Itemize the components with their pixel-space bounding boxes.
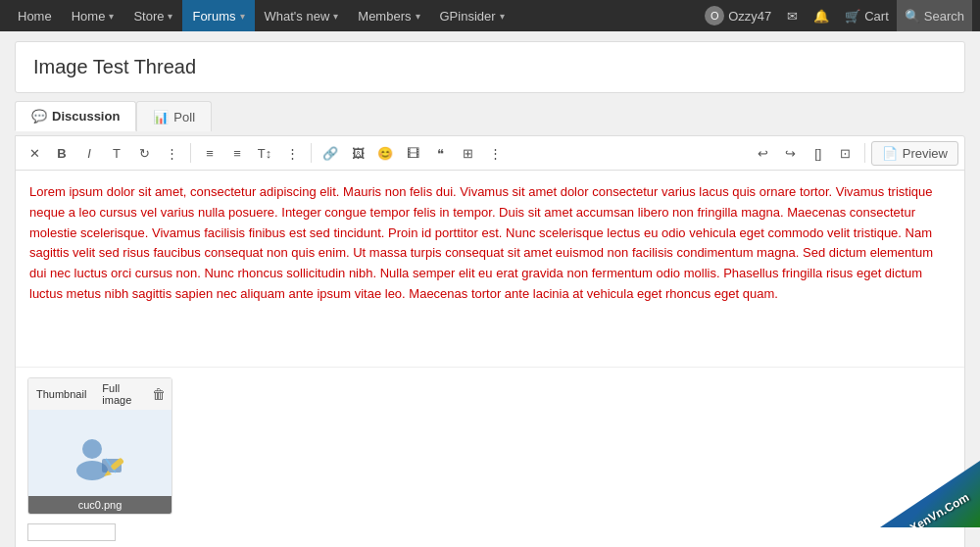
trash-icon: 🗑 bbox=[152, 386, 166, 402]
nav-forums-label: Forums bbox=[192, 9, 235, 24]
svg-point-0 bbox=[82, 439, 102, 459]
search-icon: 🔍 bbox=[905, 9, 920, 24]
nav-gpinsider-label: GPinsider bbox=[440, 9, 496, 24]
attachment-buttons: Thumbnail Full image 🗑 bbox=[28, 378, 172, 410]
nav-home-2[interactable]: Home ▾ bbox=[62, 0, 124, 31]
messages-icon: ✉ bbox=[787, 9, 798, 24]
toolbar-more3-btn[interactable]: ⋮ bbox=[482, 140, 508, 166]
thread-title-box: Image Test Thread bbox=[15, 41, 965, 93]
tab-poll-label: Poll bbox=[173, 110, 195, 124]
toolbar-more1-btn[interactable]: ⋮ bbox=[159, 140, 184, 166]
editor-content: Lorem ipsum dolor sit amet, consectetur … bbox=[29, 184, 933, 301]
toolbar-quote-btn[interactable]: ❝ bbox=[427, 140, 453, 166]
nav-whats-new-arrow: ▾ bbox=[333, 11, 338, 22]
preview-label: Preview bbox=[903, 146, 948, 161]
nav-gpinsider-arrow: ▾ bbox=[500, 11, 505, 22]
toolbar-sep-3 bbox=[864, 143, 865, 163]
nav-gpinsider[interactable]: GPinsider ▾ bbox=[430, 0, 514, 31]
discussion-icon: 💬 bbox=[31, 109, 47, 124]
thumbnail-button[interactable]: Thumbnail bbox=[28, 378, 94, 410]
preview-button[interactable]: 📄 Preview bbox=[871, 141, 958, 166]
nav-whats-new[interactable]: What's new ▾ bbox=[255, 0, 349, 31]
tab-discussion[interactable]: 💬 Discussion bbox=[15, 101, 136, 131]
nav-user[interactable]: O Ozzy47 bbox=[697, 0, 779, 31]
nav-search[interactable]: 🔍 Search bbox=[897, 0, 972, 31]
page-container: Image Test Thread 💬 Discussion 📊 Poll ✕ … bbox=[5, 31, 975, 547]
toolbar-clear-btn[interactable]: ✕ bbox=[22, 140, 47, 166]
nav-whats-new-label: What's new bbox=[265, 9, 330, 24]
attachment-image-icon bbox=[69, 422, 131, 484]
toolbar-sep-2 bbox=[311, 143, 312, 163]
tab-discussion-label: Discussion bbox=[52, 109, 120, 124]
full-image-button[interactable]: Full image bbox=[94, 378, 146, 410]
toolbar-list-btn[interactable]: ≡ bbox=[197, 140, 222, 166]
nav-store-label: Store bbox=[133, 9, 164, 24]
toolbar-sep-1 bbox=[190, 143, 191, 163]
editor-container: ✕ B I T ↻ ⋮ ≡ ≡ T↕ ⋮ 🔗 🖼 😊 🎞 ❝ ⊞ ⋮ ↩ ↪ [… bbox=[15, 135, 965, 547]
toolbar-rotate-btn[interactable]: ↻ bbox=[131, 140, 157, 166]
toolbar-undo-btn[interactable]: ↩ bbox=[751, 140, 776, 166]
preview-icon: 📄 bbox=[882, 146, 898, 161]
nav-store[interactable]: Store ▾ bbox=[123, 0, 182, 31]
nav-members-label: Members bbox=[358, 9, 411, 24]
cart-label: Cart bbox=[864, 9, 889, 24]
nav-forums[interactable]: Forums ▾ bbox=[182, 0, 254, 31]
toolbar-redo-btn[interactable]: ↪ bbox=[778, 140, 804, 166]
top-navigation: Home Home ▾ Store ▾ Forums ▾ What's new … bbox=[0, 0, 980, 31]
toolbar-image-btn[interactable]: 🖼 bbox=[345, 140, 370, 166]
attachment-preview bbox=[28, 410, 172, 496]
username-label: Ozzy47 bbox=[728, 9, 771, 24]
toolbar-align-btn[interactable]: ≡ bbox=[224, 140, 250, 166]
nav-forums-arrow: ▾ bbox=[240, 11, 245, 22]
nav-store-arrow: ▾ bbox=[168, 11, 172, 22]
attachment-delete-button[interactable]: 🗑 bbox=[146, 378, 172, 410]
search-label: Search bbox=[924, 9, 964, 24]
nav-members[interactable]: Members ▾ bbox=[348, 0, 429, 31]
attachment-second-row bbox=[27, 523, 953, 541]
nav-home-2-arrow: ▾ bbox=[109, 11, 114, 22]
tab-poll[interactable]: 📊 Poll bbox=[136, 101, 212, 131]
nav-cart[interactable]: 🛒 Cart bbox=[837, 0, 897, 31]
tabs-bar: 💬 Discussion 📊 Poll bbox=[15, 101, 965, 131]
attachment-item: Thumbnail Full image 🗑 bbox=[27, 377, 172, 515]
editor-body[interactable]: Lorem ipsum dolor sit amet, consectetur … bbox=[16, 171, 964, 367]
toolbar-more2-btn[interactable]: ⋮ bbox=[279, 140, 305, 166]
toolbar-text-btn[interactable]: T bbox=[104, 140, 129, 166]
toolbar-italic-btn[interactable]: I bbox=[76, 140, 102, 166]
nav-home-1-label: Home bbox=[18, 9, 52, 24]
nav-home-1[interactable]: Home bbox=[8, 0, 62, 31]
attachment-area: Thumbnail Full image 🗑 bbox=[16, 367, 964, 547]
toolbar-link-btn[interactable]: 🔗 bbox=[318, 140, 343, 166]
cart-icon: 🛒 bbox=[845, 9, 860, 24]
nav-right-section: O Ozzy47 ✉ 🔔 🛒 Cart 🔍 Search bbox=[697, 0, 972, 31]
alerts-icon: 🔔 bbox=[813, 9, 829, 24]
toolbar-emoji-btn[interactable]: 😊 bbox=[372, 140, 398, 166]
poll-icon: 📊 bbox=[153, 110, 169, 124]
nav-members-arrow: ▾ bbox=[416, 11, 420, 22]
thread-title: Image Test Thread bbox=[33, 56, 947, 78]
attachment-input[interactable] bbox=[27, 523, 116, 541]
toolbar-source-btn[interactable]: ⊡ bbox=[833, 140, 858, 166]
toolbar-table-btn[interactable]: ⊞ bbox=[455, 140, 480, 166]
nav-alerts[interactable]: 🔔 bbox=[806, 0, 837, 31]
undo-redo-group: ↩ ↪ [] ⊡ bbox=[751, 140, 858, 166]
nav-messages[interactable]: ✉ bbox=[779, 0, 806, 31]
toolbar-bold-btn[interactable]: B bbox=[49, 140, 74, 166]
attachment-filename: cuc0.png bbox=[28, 496, 172, 514]
toolbar-indent-btn[interactable]: T↕ bbox=[252, 140, 277, 166]
avatar: O bbox=[705, 6, 724, 25]
toolbar-code-btn[interactable]: [] bbox=[806, 140, 831, 166]
toolbar-media-btn[interactable]: 🎞 bbox=[400, 140, 425, 166]
nav-home-2-label: Home bbox=[72, 9, 106, 24]
editor-toolbar: ✕ B I T ↻ ⋮ ≡ ≡ T↕ ⋮ 🔗 🖼 😊 🎞 ❝ ⊞ ⋮ ↩ ↪ [… bbox=[16, 136, 964, 171]
